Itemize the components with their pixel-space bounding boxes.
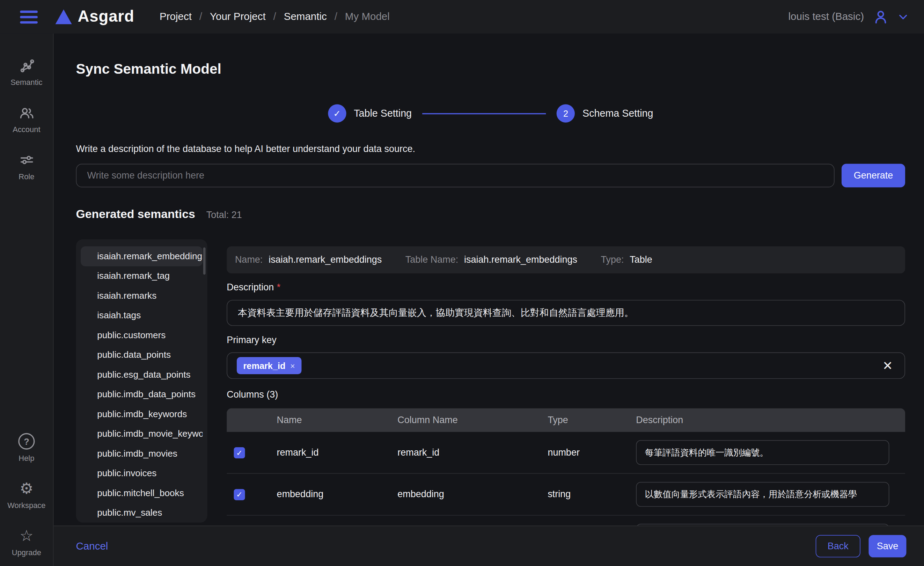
primary-key-field[interactable]: remark_id × ✕	[226, 352, 905, 379]
chip-remove-icon[interactable]: ×	[290, 361, 295, 370]
page-title: Sync Semantic Model	[76, 61, 905, 77]
table-list-item[interactable]: public.mv_sales	[81, 503, 202, 522]
table-meta-band: Name: isaiah.remark_embeddings Table Nam…	[226, 246, 905, 273]
chip-label: remark_id	[243, 360, 285, 371]
table-list-item[interactable]: isaiah.remark_embeddings	[81, 246, 202, 266]
sidebar-top-group: Semantic Account Role	[0, 57, 53, 181]
step-table-setting[interactable]: Table Setting	[328, 104, 412, 122]
breadcrumb-my-model: My Model	[345, 11, 390, 23]
header-column-name: Column Name	[398, 415, 548, 425]
row-checkbox[interactable]	[234, 489, 245, 500]
table-list-item[interactable]: public.data_points	[81, 345, 202, 365]
description-field-label: Description*	[226, 282, 905, 293]
table-row: remark_id remark_id number 每筆評語資料的唯一識別編號…	[226, 432, 905, 473]
table-list-item[interactable]: public.imdb_movies	[81, 444, 202, 463]
table-list-item[interactable]: public.mitchell_books	[81, 483, 202, 503]
generated-semantics-title: Generated semantics	[76, 207, 195, 221]
sidebar-item-label: Workspace	[8, 501, 45, 509]
sidebar-item-label: Help	[18, 454, 34, 462]
clear-field-icon[interactable]: ✕	[882, 359, 893, 372]
sliders-icon	[18, 151, 34, 168]
step-connector	[422, 113, 546, 114]
sidebar-item-account[interactable]: Account	[0, 104, 53, 134]
stepper: Table Setting 2 Schema Setting	[328, 104, 653, 122]
cell-type: string	[548, 489, 636, 500]
step-schema-setting[interactable]: 2 Schema Setting	[556, 104, 653, 122]
columns-heading: Columns (3)	[226, 390, 905, 400]
question-circle-icon: ?	[18, 433, 34, 450]
back-button[interactable]: Back	[816, 535, 861, 557]
required-asterisk: *	[277, 282, 281, 293]
user-menu: louis test (Basic)	[788, 9, 909, 25]
main-content: Sync Semantic Model Table Setting 2 Sche…	[53, 33, 924, 566]
sidebar-item-role[interactable]: Role	[0, 151, 53, 181]
sidebar-item-label: Account	[13, 125, 40, 134]
sidebar-item-upgrade[interactable]: ☆ Upgrade	[0, 527, 53, 557]
person-icon[interactable]	[873, 9, 889, 25]
header-name: Name	[277, 415, 398, 425]
chevron-down-icon[interactable]	[897, 11, 909, 23]
row-checkbox[interactable]	[234, 447, 245, 458]
sidebar-item-semantic[interactable]: Semantic	[0, 57, 53, 87]
sidebar-item-label: Upgrade	[12, 548, 41, 557]
header-type: Type	[548, 415, 636, 425]
footer-buttons: Back Save	[816, 535, 906, 557]
column-description-input[interactable]: 每筆評語資料的唯一識別編號。	[636, 440, 889, 465]
table-list-item[interactable]: public.customers	[81, 325, 202, 345]
graph-network-icon	[18, 57, 34, 74]
cell-column-name: embedding	[398, 489, 548, 500]
step-done-check-icon	[328, 104, 346, 122]
hamburger-menu-icon[interactable]	[20, 11, 38, 23]
table-list-item[interactable]: public.imdb_movie_keywords	[81, 424, 202, 443]
table-list-item[interactable]: public.invoices	[81, 463, 202, 483]
star-icon: ☆	[20, 527, 33, 543]
cancel-button[interactable]: Cancel	[76, 540, 108, 552]
sidebar-item-help[interactable]: ? Help	[0, 433, 53, 462]
cell-type: number	[548, 447, 636, 458]
table-name-label: Table Name:	[405, 255, 458, 265]
header-description: Description	[636, 415, 905, 425]
breadcrumb-semantic[interactable]: Semantic	[284, 11, 327, 23]
generate-button[interactable]: Generate	[842, 164, 905, 187]
breadcrumb-separator: /	[200, 11, 202, 23]
screen: Asgard Project / Your Project / Semantic…	[0, 0, 924, 566]
table-list-item[interactable]: public.esg_data_points	[81, 365, 202, 384]
table-list-item[interactable]: isaiah.remarks	[81, 286, 202, 305]
top-bar: Asgard Project / Your Project / Semantic…	[0, 0, 924, 33]
triangle-logo-icon	[56, 9, 72, 24]
total-count: Total: 21	[206, 210, 242, 220]
gear-icon: ⚙	[20, 480, 33, 497]
brand-name: Asgard	[78, 8, 135, 26]
table-detail-panel: Name: isaiah.remark_embeddings Table Nam…	[226, 239, 905, 522]
save-button[interactable]: Save	[868, 535, 906, 557]
description-prompt-text: Write a description of the database to h…	[76, 144, 905, 154]
people-icon	[18, 104, 34, 120]
breadcrumb-your-project[interactable]: Your Project	[210, 11, 266, 23]
cell-column-name: remark_id	[398, 447, 548, 458]
database-description-input[interactable]	[76, 164, 835, 187]
table-list-item[interactable]: public.imdb_keywords	[81, 404, 202, 424]
columns-table-header: Name Column Name Type Description	[226, 408, 905, 432]
name-value: isaiah.remark_embeddings	[268, 255, 382, 265]
primary-key-label: Primary key	[226, 335, 905, 345]
cell-name: remark_id	[277, 447, 398, 458]
app-window: Asgard Project / Your Project / Semantic…	[0, 0, 924, 566]
table-list-item[interactable]: public.imdb_data_points	[81, 384, 202, 404]
list-scrollbar[interactable]	[203, 247, 206, 275]
generated-semantics-heading: Generated semantics Total: 21	[76, 207, 905, 221]
primary-key-chip[interactable]: remark_id ×	[237, 357, 302, 374]
sidebar-item-workspace[interactable]: ⚙ Workspace	[0, 480, 53, 509]
bottom-action-bar: Cancel Back Save	[53, 525, 924, 566]
tables-list-panel: isaiah.remark_embeddings isaiah.remark_t…	[76, 239, 207, 522]
breadcrumb: Project / Your Project / Semantic / My M…	[152, 11, 398, 23]
table-description-input[interactable]: 本資料表主要用於儲存評語資料及其向量嵌入，協助實現資料查詢、比對和自然語言處理應…	[226, 300, 905, 326]
column-description-input[interactable]: 以數值向量形式表示評語內容，用於語意分析或機器學	[636, 482, 889, 507]
table-list-item[interactable]: isaiah.remark_tag	[81, 266, 202, 285]
breadcrumb-project[interactable]: Project	[160, 11, 192, 23]
generate-row: Generate	[76, 164, 905, 187]
breadcrumb-separator: /	[334, 11, 338, 23]
step-label: Schema Setting	[582, 108, 653, 120]
left-sidebar: Semantic Account Role	[0, 33, 53, 566]
type-label: Type:	[601, 255, 624, 265]
table-list-item[interactable]: isaiah.tags	[81, 305, 202, 325]
